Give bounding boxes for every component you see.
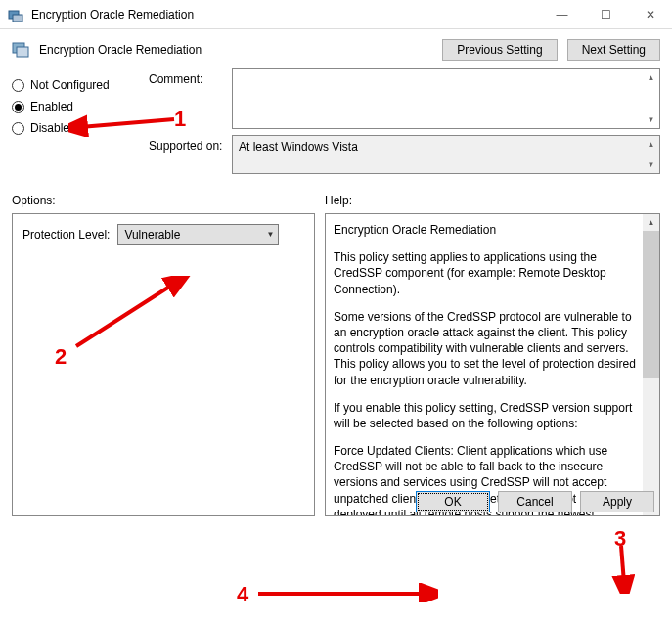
scrollbar-thumb[interactable] — [643, 231, 659, 378]
scroll-down-icon[interactable]: ▼ — [643, 111, 659, 128]
options-label: Options: — [12, 194, 325, 207]
cancel-button[interactable]: Cancel — [498, 491, 572, 512]
scroll-up-icon[interactable]: ▲ — [643, 136, 659, 153]
protection-level-value: Vulnerable — [124, 228, 266, 242]
close-button[interactable]: ✕ — [628, 0, 672, 28]
scrollbar-track[interactable] — [643, 231, 659, 499]
arrow-3-icon — [577, 540, 646, 594]
window-title: Encryption Oracle Remediation — [31, 8, 540, 22]
chevron-down-icon: ▼ — [266, 230, 274, 239]
help-text: Encryption Oracle Remediation This polic… — [326, 214, 643, 515]
help-label: Help: — [325, 194, 352, 207]
page-title: Encryption Oracle Remediation — [39, 43, 202, 57]
previous-setting-button[interactable]: Previous Setting — [442, 39, 557, 61]
radio-not-configured[interactable]: Not Configured — [12, 78, 131, 92]
supported-on-value: At least Windows Vista — [233, 136, 659, 173]
scroll-down-icon[interactable]: ▼ — [643, 156, 659, 173]
policy-icon — [12, 40, 31, 61]
scroll-up-icon[interactable]: ▲ — [643, 214, 659, 231]
supported-on-box: At least Windows Vista ▲ ▼ — [232, 135, 660, 174]
help-paragraph: This policy setting applies to applicati… — [334, 249, 637, 297]
annotation-4: 4 — [237, 582, 248, 607]
radio-icon — [12, 79, 24, 92]
options-panel: Protection Level: Vulnerable ▼ — [12, 213, 315, 516]
svg-rect-3 — [17, 47, 28, 57]
next-setting-button[interactable]: Next Setting — [567, 39, 660, 61]
comment-textarea[interactable]: ▲ ▼ — [232, 68, 660, 129]
help-scrollbar[interactable]: ▲ ▼ — [643, 214, 659, 515]
minimize-button[interactable]: — — [540, 0, 584, 28]
gpo-icon — [8, 7, 23, 22]
radio-label: Not Configured — [30, 78, 110, 92]
window-controls: — ☐ ✕ — [540, 0, 672, 28]
annotation-3: 3 — [614, 526, 626, 552]
dialog-footer: OK Cancel Apply — [416, 491, 654, 512]
protection-level-select[interactable]: Vulnerable ▼ — [117, 224, 279, 245]
radio-icon — [12, 122, 24, 135]
radio-label: Disabled — [30, 121, 76, 135]
protection-level-label: Protection Level: — [22, 228, 110, 242]
scroll-up-icon[interactable]: ▲ — [643, 69, 659, 86]
ok-button[interactable]: OK — [416, 491, 490, 512]
header-row: Encryption Oracle Remediation Previous S… — [12, 39, 660, 61]
state-radio-group: Not Configured Enabled Disabled — [12, 68, 131, 180]
radio-disabled[interactable]: Disabled — [12, 121, 131, 135]
help-panel: Encryption Oracle Remediation This polic… — [325, 213, 660, 516]
comment-label: Comment: — [149, 68, 232, 129]
comment-value — [233, 69, 659, 128]
svg-line-6 — [621, 546, 624, 583]
help-paragraph: Encryption Oracle Remediation — [334, 222, 637, 238]
svg-rect-1 — [13, 15, 22, 22]
titlebar: Encryption Oracle Remediation — ☐ ✕ — [0, 0, 672, 29]
radio-icon — [12, 101, 24, 113]
radio-label: Enabled — [30, 100, 73, 113]
arrow-4-icon — [252, 583, 438, 602]
maximize-button[interactable]: ☐ — [584, 0, 628, 28]
help-paragraph: Some versions of the CredSSP protocol ar… — [334, 309, 637, 388]
apply-button[interactable]: Apply — [580, 491, 654, 512]
supported-on-label: Supported on: — [149, 135, 232, 174]
help-paragraph: If you enable this policy setting, CredS… — [334, 400, 637, 431]
radio-enabled[interactable]: Enabled — [12, 100, 131, 113]
